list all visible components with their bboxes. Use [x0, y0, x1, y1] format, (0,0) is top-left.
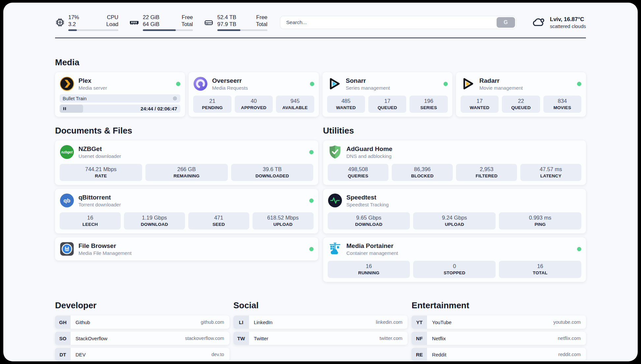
section-documents: Documents & Files nzbget NZBGet Usenet d…: [55, 126, 318, 260]
speedtest-icon: [328, 193, 342, 208]
app-name: NZBGet: [78, 145, 121, 153]
nzbget-icon: nzbget: [60, 145, 74, 159]
cpu-icon: [55, 17, 65, 27]
section-utilities: Utilities AdGuard Home: [323, 126, 586, 282]
app-name: File Browser: [78, 242, 132, 250]
status-dot: [577, 247, 581, 251]
bookmark-url: linkedin.com: [376, 319, 403, 325]
stat-leech: 16 LEECH: [60, 212, 121, 229]
bookmark-github[interactable]: GH Github github.com: [55, 316, 229, 329]
hard-drive-icon: [203, 17, 214, 27]
header-divider: [55, 38, 586, 38]
cpu-widget: 17%3.2 CPULoad: [55, 14, 118, 31]
app-name: Speedtest: [347, 194, 389, 201]
section-entertainment: Entertainment YT YouTube youtube.com NF …: [412, 300, 586, 361]
ram-icon: [129, 17, 139, 27]
status-dot: [176, 82, 180, 86]
status-dot: [577, 82, 581, 86]
app-name: AdGuard Home: [347, 145, 392, 153]
app-card-qbittorrent[interactable]: qb qBittorrent Torrent downloader 16 LEE…: [55, 189, 318, 233]
portainer-icon: [328, 242, 342, 256]
pause-icon: [63, 106, 67, 111]
bookmark-url: netflix.com: [558, 336, 581, 341]
app-card-radarr[interactable]: Radarr Movie management 17 WANTED 22 QUE…: [456, 72, 586, 117]
svg-text:nzbget: nzbget: [61, 150, 73, 154]
app-name: Media Portainer: [347, 242, 398, 250]
app-card-portainer[interactable]: Media Portainer Container management 16 …: [323, 237, 586, 282]
app-description: Usenet downloader: [78, 153, 121, 159]
weather-location: Lviv, 16.87°C: [550, 16, 586, 23]
stat-pending: 21 PENDING: [193, 96, 231, 113]
section-media: Media Plex Media server Bullet Train: [55, 57, 586, 117]
app-name: Sonarr: [346, 77, 390, 84]
bookmark-badge: TW: [233, 332, 249, 345]
playback-progress: 24:44 / 02:06:47: [60, 105, 180, 113]
bookmark-linkedin[interactable]: LI LinkedIn linkedin.com: [233, 316, 408, 329]
section-title-entertainment: Entertainment: [412, 300, 586, 311]
app-card-overseerr[interactable]: Overseerr Media Requests 21 PENDING 40 A…: [189, 72, 319, 117]
app-description: Container management: [347, 250, 398, 256]
search-input[interactable]: [280, 16, 516, 29]
bookmark-twitter[interactable]: TW Twitter twitter.com: [233, 332, 408, 345]
bookmark-netflix[interactable]: NF Netflix netflix.com: [412, 332, 586, 345]
app-description: Media File Management: [78, 250, 132, 256]
app-card-speedtest[interactable]: Speedtest Speedtest Tracking 9.65 Gbps D…: [323, 189, 586, 233]
status-dot: [309, 198, 314, 203]
bookmark-stackoverflow[interactable]: SO StackOverflow stackoverflow.com: [55, 332, 229, 345]
bookmark-badge: RE: [412, 348, 427, 361]
qbittorrent-icon: qb: [60, 193, 74, 208]
app-card-sonarr[interactable]: Sonarr Series management 485 WANTED 17 Q…: [322, 72, 452, 117]
status-dot: [310, 82, 314, 86]
bookmark-youtube[interactable]: YT YouTube youtube.com: [412, 316, 586, 329]
weather-condition: scattered clouds: [550, 23, 586, 29]
app-description: Speedtest Tracking: [347, 202, 389, 207]
stat-upload: 9.24 Gbps UPLOAD: [413, 212, 496, 229]
target-icon[interactable]: [172, 96, 177, 101]
section-title-media: Media: [55, 57, 586, 68]
stat-download: 9.65 Gbps DOWNLOAD: [328, 212, 410, 229]
section-social: Social LI LinkedIn linkedin.com TW Twitt…: [233, 300, 408, 348]
bookmark-name: LinkedIn: [254, 319, 273, 325]
disk-widget: 52.4 TB97.9 TB FreeTotal: [203, 14, 267, 31]
stat-ping: 0.993 ms PING: [499, 212, 581, 229]
now-playing-row: Bullet Train: [60, 94, 180, 103]
stat-wanted: 17 WANTED: [461, 96, 499, 113]
bookmark-reddit[interactable]: RE Reddit reddit.com: [412, 348, 586, 361]
stat-seed: 471 SEED: [188, 212, 249, 229]
disk-progress-bar: [217, 29, 267, 31]
app-card-nzbget[interactable]: nzbget NZBGet Usenet downloader 744.21 M…: [55, 140, 318, 185]
memory-widget: 22 GiB64 GiB FreeTotal: [129, 14, 193, 31]
adguard-icon: [328, 145, 342, 159]
playback-time: 24:44 / 02:06:47: [140, 106, 180, 111]
bookmark-dev[interactable]: DT DEV dev.to: [55, 348, 229, 361]
bookmark-url: stackoverflow.com: [185, 336, 224, 341]
cloud-icon: [531, 15, 546, 29]
app-description: Torrent downloader: [78, 202, 121, 207]
bookmark-badge: LI: [233, 316, 249, 329]
bookmark-badge: GH: [55, 316, 71, 329]
app-description: Movie management: [479, 85, 523, 91]
cpu-labels: CPULoad: [106, 14, 118, 28]
radarr-icon: [461, 76, 475, 91]
bookmark-badge: DT: [55, 348, 71, 361]
app-description: Media Requests: [212, 85, 248, 91]
app-name: Overseerr: [212, 77, 248, 84]
section-title-utilities: Utilities: [323, 126, 586, 136]
stat-queued: 22 QUEUED: [502, 96, 540, 113]
bookmark-name: YouTube: [432, 319, 451, 325]
app-card-adguard[interactable]: AdGuard Home DNS and adblocking 498,508 …: [323, 140, 586, 185]
stat-blocked: 86,396 BLOCKED: [392, 164, 453, 181]
stat-downloaded: 39.6 TB DOWNLOADED: [231, 164, 314, 181]
bookmark-url: reddit.com: [558, 352, 581, 357]
app-description: Media server: [78, 85, 107, 91]
app-card-plex[interactable]: Plex Media server Bullet Train: [55, 72, 185, 117]
app-name: Plex: [78, 77, 107, 84]
memory-progress-bar: [143, 29, 193, 31]
search-engine-button[interactable]: G: [497, 17, 515, 28]
app-name: qBittorrent: [78, 194, 121, 201]
bookmark-badge: SO: [55, 332, 71, 345]
app-card-filebrowser[interactable]: File Browser Media File Management: [55, 237, 318, 260]
status-dot: [443, 82, 448, 86]
section-title-documents: Documents & Files: [55, 126, 318, 136]
status-dot: [309, 150, 314, 154]
